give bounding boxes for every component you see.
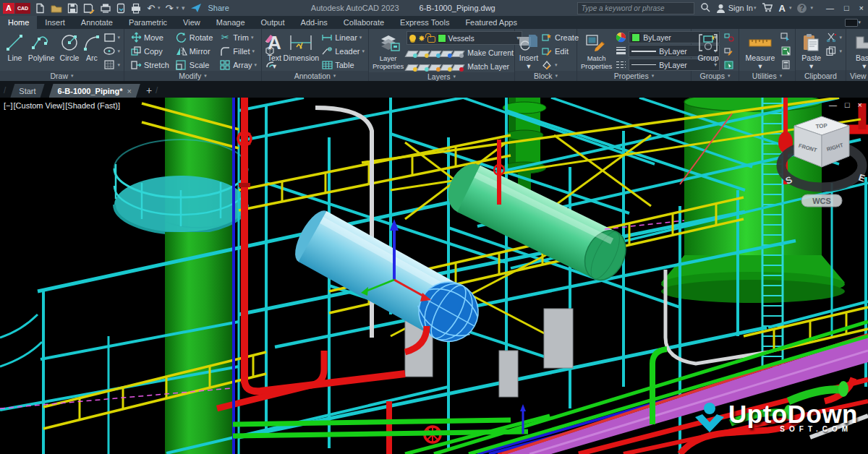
tab-insert[interactable]: Insert	[37, 16, 73, 29]
calculator-icon[interactable]	[780, 59, 791, 71]
viewport-restore-icon[interactable]: □	[845, 100, 850, 109]
group-edit-icon[interactable]	[723, 46, 735, 57]
autodesk-caret-icon[interactable]: ▾	[789, 5, 792, 11]
help-caret-icon[interactable]: ▾	[810, 5, 813, 11]
close-button[interactable]: ×	[859, 4, 864, 12]
autocad-logo[interactable]: A CAD	[3, 3, 30, 14]
leader-tool[interactable]: Leader▾	[321, 45, 365, 57]
panel-label-properties[interactable]: Properties▾	[577, 71, 691, 81]
copy-clip-icon[interactable]	[825, 46, 837, 57]
help-icon[interactable]: ?	[797, 4, 807, 13]
panel-label-groups[interactable]: Groups▾	[692, 71, 739, 81]
search-input[interactable]	[577, 2, 694, 14]
layer-tool-icon[interactable]	[407, 62, 417, 71]
layer-tool-icon[interactable]	[418, 62, 428, 71]
sign-in-button[interactable]: Sign In ▾	[716, 4, 757, 13]
tab-manage[interactable]: Manage	[208, 16, 253, 29]
redo-icon[interactable]: ↷	[166, 3, 174, 14]
undo-icon[interactable]: ↶	[147, 3, 155, 14]
new-drawing-button[interactable]: +	[146, 85, 152, 96]
share-icon[interactable]	[190, 3, 202, 13]
tab-express-tools[interactable]: Express Tools	[392, 16, 457, 29]
layer-tool-icon[interactable]	[407, 48, 417, 57]
file-tab-close-icon[interactable]: ×	[127, 87, 131, 95]
tab-view[interactable]: View	[175, 16, 208, 29]
save-as-icon[interactable]	[83, 3, 95, 14]
create-block-tool[interactable]: Create	[541, 31, 579, 43]
tab-output[interactable]: Output	[253, 16, 293, 29]
qat-customize-icon[interactable]: ▾	[182, 4, 185, 12]
measure-tool[interactable]: Measure▾	[743, 31, 778, 70]
workspace-caret-icon[interactable]: ▾	[858, 20, 861, 25]
polyline-tool[interactable]: Polyline	[26, 31, 57, 62]
layer-tool-icon[interactable]	[441, 62, 451, 71]
tab-annotate[interactable]: Annotate	[73, 16, 121, 29]
ungroup-icon[interactable]	[723, 32, 735, 43]
tab-add-ins[interactable]: Add-ins	[293, 16, 336, 29]
redo-caret-icon[interactable]: ▾	[176, 5, 179, 11]
maximize-button[interactable]: □	[844, 4, 849, 12]
edit-attributes-tool[interactable]: ▾	[541, 59, 579, 71]
panel-label-block[interactable]: Block▾	[515, 71, 576, 81]
edit-block-tool[interactable]: Edit	[541, 45, 579, 57]
cut-icon[interactable]	[825, 32, 837, 43]
viewport-minimize-control[interactable]: [−]	[4, 101, 13, 110]
viewport-minimize-icon[interactable]: —	[829, 100, 837, 109]
fillet-tool[interactable]: Fillet▾	[219, 45, 257, 57]
linear-tool[interactable]: Linear▾	[321, 31, 365, 43]
workspace-icon[interactable]	[845, 19, 858, 27]
layer-tool-icon[interactable]	[453, 62, 463, 71]
undo-caret-icon[interactable]: ▾	[158, 5, 161, 11]
mirror-tool[interactable]: Mirror	[176, 45, 213, 57]
circle-tool[interactable]: Circle	[57, 31, 82, 62]
stretch-tool[interactable]: Stretch	[130, 59, 169, 71]
save-icon[interactable]	[67, 3, 78, 14]
make-current-tool[interactable]: Make Current	[407, 46, 522, 59]
arc-tool[interactable]: Arc	[82, 31, 101, 62]
layer-tool-icon[interactable]	[453, 48, 463, 57]
minimize-button[interactable]: —	[826, 4, 834, 12]
panel-label-view[interactable]: View▾⌄	[846, 70, 868, 81]
panel-label-modify[interactable]: Modify▾	[124, 71, 261, 81]
layer-dropdown[interactable]: ✸ Vessels ▾	[407, 31, 522, 45]
viewport-close-icon[interactable]: ×	[858, 100, 862, 109]
insert-tool[interactable]: Insert▾	[519, 31, 539, 70]
text-tool[interactable]: A Text ▾	[265, 31, 284, 70]
print-icon[interactable]	[130, 3, 142, 14]
tab-featured-apps[interactable]: Featured Apps	[457, 16, 525, 29]
rotate-tool[interactable]: Rotate	[176, 31, 213, 43]
paste-tool[interactable]: Paste▾	[799, 31, 823, 70]
autodesk-icon[interactable]: A	[778, 3, 785, 14]
tab-collaborate[interactable]: Collaborate	[336, 16, 392, 29]
viewport-view-control[interactable]: [Custom View]	[14, 101, 65, 110]
file-tab-start[interactable]: Start	[10, 84, 44, 98]
rectangle-icon[interactable]	[103, 32, 115, 43]
web-mobile-icon[interactable]	[116, 3, 125, 14]
layer-tool-icon[interactable]	[418, 48, 428, 57]
panel-label-layers[interactable]: Layers▾	[369, 72, 514, 81]
match-layer-tool[interactable]: Match Layer	[407, 60, 522, 72]
file-tab-document[interactable]: 6-B-1000_Piping* ×	[49, 84, 140, 98]
match-properties-tool[interactable]: Match Properties	[581, 31, 612, 70]
copy-tool[interactable]: Copy	[130, 45, 169, 57]
move-tool[interactable]: Move	[130, 31, 169, 43]
trim-tool[interactable]: ✂Trim▾	[219, 31, 257, 43]
layer-tool-icon[interactable]	[430, 62, 440, 71]
cart-icon[interactable]	[762, 2, 773, 14]
panel-label-draw[interactable]: Draw▾	[0, 71, 124, 81]
open-file-icon[interactable]	[51, 3, 62, 14]
tab-parametric[interactable]: Parametric	[121, 16, 175, 29]
scale-tool[interactable]: Scale	[176, 59, 213, 71]
layer-properties-tool[interactable]: Layer Properties	[373, 31, 404, 70]
quick-calc-icon[interactable]	[780, 46, 791, 57]
hatch-icon[interactable]	[103, 59, 115, 71]
dimension-tool[interactable]: Dimension	[284, 31, 320, 62]
ellipse-icon[interactable]	[103, 46, 115, 57]
group-select-icon[interactable]	[723, 59, 735, 71]
new-file-icon[interactable]	[35, 3, 46, 14]
line-tool[interactable]: Line	[4, 31, 26, 62]
tab-home[interactable]: Home	[0, 16, 37, 29]
plot-icon[interactable]	[100, 3, 111, 14]
viewport-visual-style-control[interactable]: [Shaded (Fast)]	[65, 101, 120, 110]
table-tool[interactable]: Table	[321, 59, 365, 71]
